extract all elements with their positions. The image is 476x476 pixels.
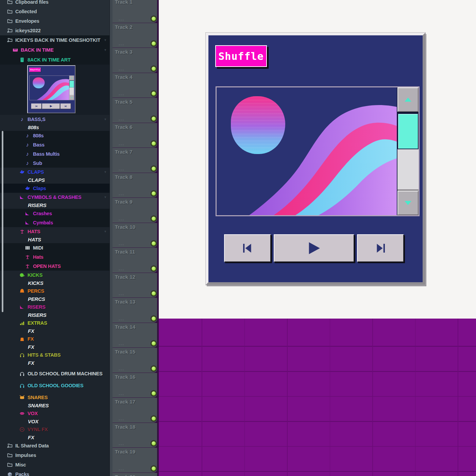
- sidebar-item-back-in-time[interactable]: BACK IN TIME▼: [0, 45, 109, 55]
- track-led[interactable]: [152, 117, 156, 121]
- sidebar-item-hats[interactable]: Hats: [0, 252, 109, 261]
- sidebar-item-fx[interactable]: FX: [0, 343, 109, 351]
- track-row[interactable]: Track 3...: [113, 48, 157, 73]
- track-row[interactable]: Track 14...: [113, 323, 157, 348]
- track-row[interactable]: Track 10...: [113, 223, 157, 248]
- file-preview-thumbnail[interactable]: Shuffle: [27, 65, 75, 113]
- track-menu-dots[interactable]: ...: [119, 216, 124, 221]
- sidebar-item-packs[interactable]: Packs: [0, 470, 109, 476]
- sidebar-item-bass-multis[interactable]: ♪Bass Multis: [0, 149, 109, 158]
- track-led[interactable]: [152, 341, 156, 345]
- track-led[interactable]: [152, 191, 156, 196]
- sidebar-item-hats[interactable]: HATS: [0, 236, 109, 243]
- track-menu-dots[interactable]: ...: [119, 416, 124, 421]
- track-led[interactable]: [152, 391, 156, 395]
- sidebar-item-vynl-fx[interactable]: VYNL FX: [0, 425, 109, 434]
- track-menu-dots[interactable]: ...: [119, 466, 124, 471]
- track-menu-dots[interactable]: ...: [119, 391, 124, 396]
- sidebar-item-claps[interactable]: CLAPS: [0, 176, 109, 184]
- play-button[interactable]: [274, 234, 354, 262]
- sidebar-item-extras[interactable]: EXTRAS: [0, 319, 109, 327]
- sidebar-item-hats[interactable]: HATS▼: [0, 227, 109, 236]
- sidebar-item-misc[interactable]: Misc: [0, 460, 109, 470]
- sidebar-item-percs[interactable]: PERCS: [0, 287, 109, 295]
- previous-button[interactable]: [224, 234, 271, 262]
- track-led[interactable]: [152, 91, 156, 96]
- chevron-down-icon[interactable]: ▼: [104, 118, 107, 121]
- sidebar-item-vox[interactable]: VOX: [0, 418, 109, 425]
- track-menu-dots[interactable]: ...: [119, 191, 124, 196]
- track-led[interactable]: [152, 141, 156, 146]
- sidebar-item-risers[interactable]: RISERS: [0, 311, 109, 319]
- track-row[interactable]: Track 19...: [113, 448, 157, 473]
- track-row[interactable]: Track 20...: [113, 473, 157, 476]
- track-led[interactable]: [152, 267, 156, 271]
- track-led[interactable]: [152, 167, 156, 171]
- sidebar-item-hits-stabs[interactable]: HITS & STABS: [0, 351, 109, 359]
- sidebar-item-clipboard-files[interactable]: Clipboard files: [0, 0, 109, 7]
- track-menu-dots[interactable]: ...: [119, 41, 124, 46]
- track-row[interactable]: Track 8...: [113, 173, 157, 198]
- sidebar-item-kicks[interactable]: KICKS: [0, 279, 109, 287]
- track-menu-dots[interactable]: ...: [119, 316, 124, 321]
- sidebar-item-crashes[interactable]: Crashes: [0, 209, 109, 218]
- track-row[interactable]: Track 17...: [113, 398, 157, 423]
- track-led[interactable]: [152, 441, 156, 445]
- artwork-scrollbar[interactable]: [397, 87, 419, 215]
- sidebar-item-midi[interactable]: MIDI: [0, 243, 109, 252]
- sidebar-item-claps[interactable]: Claps: [0, 184, 109, 193]
- track-led[interactable]: [152, 317, 156, 321]
- track-row[interactable]: Track 5...: [113, 98, 157, 123]
- sidebar-item-envelopes[interactable]: Envelopes: [0, 16, 109, 26]
- chevron-down-icon[interactable]: ▼: [104, 170, 107, 174]
- track-row[interactable]: Track 13...: [113, 298, 157, 323]
- sidebar-item-open-hats[interactable]: OPEN HATS: [0, 261, 109, 271]
- sidebar-item-risers[interactable]: RISERS: [0, 201, 109, 209]
- track-row[interactable]: Track 11...: [113, 248, 157, 273]
- sidebar-item-snares[interactable]: SNARES: [0, 402, 109, 409]
- track-led[interactable]: [152, 367, 156, 371]
- scroll-down-button[interactable]: [397, 191, 419, 215]
- sidebar-item-808s[interactable]: ♪808s: [0, 131, 109, 140]
- track-row[interactable]: Track 6...: [113, 123, 157, 148]
- sidebar-item-old-school-goodies[interactable]: OLD SCHOOL GOODIES: [0, 381, 109, 390]
- track-row[interactable]: Track 18...: [113, 423, 157, 448]
- sidebar-item-collected[interactable]: Collected: [0, 7, 109, 16]
- sidebar-item-fx[interactable]: FX: [0, 434, 109, 441]
- sidebar-item-ickeys2022[interactable]: ickeys2022: [0, 26, 109, 35]
- track-menu-dots[interactable]: ...: [119, 166, 124, 171]
- sidebar-item-snares[interactable]: SNARES: [0, 393, 109, 402]
- sidebar-item-impulses[interactable]: Impulses: [0, 451, 109, 460]
- sidebar-item-bass[interactable]: ♪Bass: [0, 140, 109, 149]
- track-menu-dots[interactable]: ...: [119, 91, 124, 96]
- sidebar-item-fx[interactable]: FX: [0, 327, 109, 335]
- next-button[interactable]: [357, 234, 404, 262]
- track-menu-dots[interactable]: ...: [119, 116, 124, 121]
- track-led[interactable]: [152, 291, 156, 295]
- track-menu-dots[interactable]: ...: [119, 241, 124, 246]
- sidebar-item-cymbals[interactable]: Cymbals: [0, 218, 109, 227]
- scroll-up-button[interactable]: [397, 87, 419, 112]
- track-menu-dots[interactable]: ...: [119, 291, 124, 296]
- chevron-down-icon[interactable]: ▼: [104, 230, 107, 233]
- track-led[interactable]: [152, 241, 156, 245]
- track-menu-dots[interactable]: ...: [119, 366, 124, 371]
- sidebar-item-kicks[interactable]: KICKS: [0, 271, 109, 279]
- sidebar-item-risers[interactable]: RISERS: [0, 303, 109, 311]
- sidebar-item-bass-s[interactable]: ♪BASS,S▼: [0, 115, 109, 123]
- track-menu-dots[interactable]: ...: [119, 141, 124, 146]
- track-menu-dots[interactable]: ...: [119, 16, 124, 21]
- sidebar-item-cymbols-crashes[interactable]: CYMBOLS & CRASHES▼: [0, 193, 109, 201]
- track-row[interactable]: Track 9...: [113, 198, 157, 223]
- sidebar-item-8ack-in-time-art[interactable]: 8ACK IN TIME ART: [0, 55, 109, 65]
- track-led[interactable]: [152, 67, 156, 71]
- track-row[interactable]: Track 16...: [113, 373, 157, 398]
- sidebar-item-fx[interactable]: FX: [0, 335, 109, 343]
- track-row[interactable]: Track 2...: [113, 23, 157, 48]
- track-led[interactable]: [152, 17, 156, 21]
- sidebar-item-808s[interactable]: 808s: [0, 123, 109, 131]
- track-menu-dots[interactable]: ...: [119, 66, 124, 71]
- track-menu-dots[interactable]: ...: [119, 266, 124, 271]
- track-row[interactable]: Track 12...: [113, 273, 157, 298]
- sidebar-item-percs[interactable]: PERCS: [0, 295, 109, 303]
